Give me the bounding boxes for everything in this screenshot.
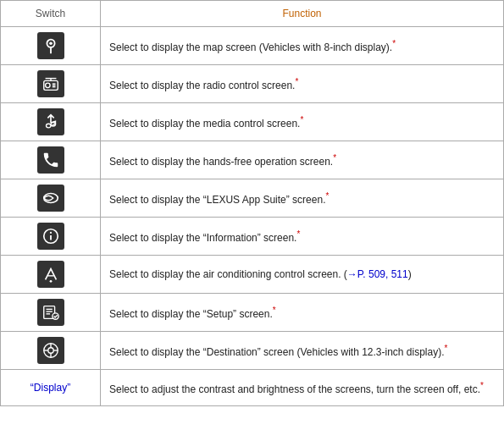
switch-cell-lexus bbox=[1, 179, 101, 217]
table-header: Switch Function bbox=[1, 1, 503, 27]
table-row: Select to display the “Setup” screen.* bbox=[1, 294, 503, 332]
table-row: Select to display the “Information” scre… bbox=[1, 218, 503, 256]
info-icon-svg bbox=[42, 227, 60, 245]
media-icon bbox=[37, 108, 64, 135]
function-cell-aircon: Select to display the air conditioning c… bbox=[101, 262, 503, 287]
function-cell-info: Select to display the “Information” scre… bbox=[101, 223, 503, 251]
switch-cell-map bbox=[1, 27, 101, 64]
asterisk: * bbox=[325, 191, 329, 201]
svg-point-23 bbox=[47, 348, 53, 353]
svg-point-16 bbox=[49, 280, 52, 283]
table-row: Select to display the air conditioning c… bbox=[1, 256, 503, 294]
asterisk: * bbox=[392, 39, 396, 48]
function-cell-media: Select to display the media control scre… bbox=[101, 108, 503, 136]
table-row: Select to display the hands-free operati… bbox=[1, 141, 503, 179]
asterisk: * bbox=[445, 344, 448, 353]
setup-icon-svg bbox=[42, 303, 60, 322]
table-row: Select to display the radio control scre… bbox=[1, 65, 503, 103]
switch-cell-setup bbox=[1, 294, 101, 331]
asterisk: * bbox=[300, 115, 303, 124]
header-function: Function bbox=[101, 1, 503, 26]
map-icon bbox=[37, 32, 64, 59]
media-icon-svg bbox=[42, 113, 60, 131]
table-row: Select to display the “LEXUS App Suite” … bbox=[1, 179, 503, 218]
svg-point-13 bbox=[49, 232, 51, 234]
svg-point-5 bbox=[45, 83, 50, 88]
main-table: Switch Function Select to display the ma… bbox=[0, 0, 504, 406]
switch-cell-aircon bbox=[1, 256, 101, 293]
destination-icon-svg bbox=[42, 341, 60, 360]
table-row: Select to display the media control scre… bbox=[1, 103, 503, 141]
svg-point-1 bbox=[49, 41, 53, 45]
destination-icon bbox=[37, 337, 64, 364]
phone-icon-svg bbox=[42, 151, 60, 169]
asterisk: * bbox=[273, 306, 276, 315]
function-cell-map: Select to display the map screen (Vehicl… bbox=[101, 32, 503, 60]
table-row: Select to display the “Destination” scre… bbox=[1, 332, 503, 370]
switch-cell-destination bbox=[1, 332, 101, 369]
header-switch: Switch bbox=[1, 1, 101, 26]
asterisk: * bbox=[295, 77, 298, 86]
lexus-icon-svg bbox=[42, 189, 60, 207]
svg-point-11 bbox=[43, 194, 58, 203]
table-row: “Display” Select to adjust the contrast … bbox=[1, 370, 503, 405]
map-icon-svg bbox=[42, 36, 60, 55]
switch-cell-display: “Display” bbox=[1, 370, 101, 405]
lexus-icon bbox=[37, 185, 64, 212]
aircon-icon bbox=[37, 261, 64, 288]
radio-icon bbox=[37, 70, 64, 97]
handsfree-icon bbox=[37, 146, 64, 174]
table-row: Select to display the map screen (Vehicl… bbox=[1, 27, 503, 65]
asterisk: * bbox=[480, 381, 484, 390]
function-cell-handsfree: Select to display the hands-free operati… bbox=[101, 146, 503, 174]
asterisk: * bbox=[296, 229, 300, 239]
switch-cell-handsfree bbox=[1, 141, 101, 179]
switch-cell-radio bbox=[1, 65, 101, 102]
function-cell-display: Select to adjust the contrast and bright… bbox=[101, 374, 503, 402]
info-icon bbox=[37, 223, 64, 250]
function-cell-radio: Select to display the radio control scre… bbox=[101, 70, 503, 98]
function-cell-lexus: Select to display the “LEXUS App Suite” … bbox=[101, 185, 503, 212]
function-cell-destination: Select to display the “Destination” scre… bbox=[101, 337, 503, 365]
asterisk: * bbox=[333, 153, 336, 163]
switch-cell-media bbox=[1, 103, 101, 141]
function-cell-setup: Select to display the “Setup” screen.* bbox=[101, 299, 503, 327]
svg-point-9 bbox=[46, 124, 51, 128]
switch-cell-info bbox=[1, 218, 101, 255]
aircon-icon-svg bbox=[42, 265, 60, 284]
setup-icon bbox=[37, 299, 64, 326]
radio-icon-svg bbox=[42, 74, 60, 93]
page-ref: →P. 509, 511 bbox=[347, 268, 408, 280]
display-text-label: “Display” bbox=[30, 382, 70, 394]
